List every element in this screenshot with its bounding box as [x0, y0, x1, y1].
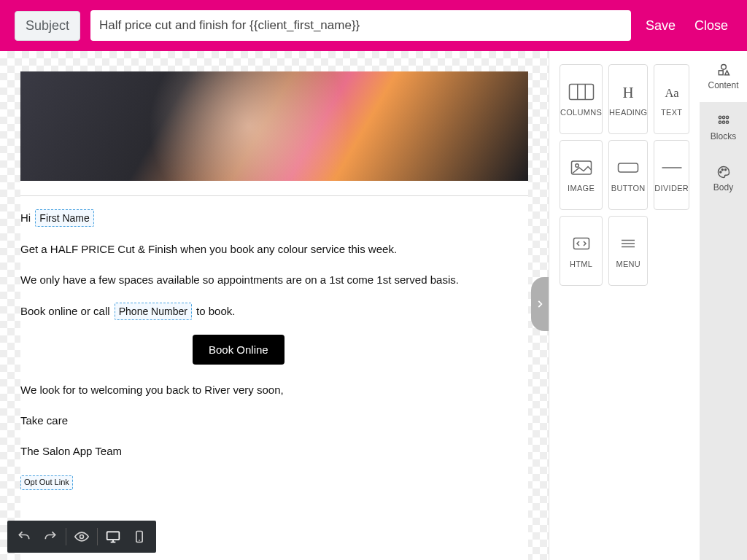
- subject-label: Subject: [15, 11, 80, 41]
- desktop-icon: [106, 529, 120, 544]
- undo-icon: [17, 529, 31, 544]
- svg-text:Aa: Aa: [665, 86, 679, 100]
- columns-icon: [568, 82, 595, 102]
- svg-rect-20: [719, 71, 723, 75]
- sidebar-tabs: Content Blocks Body: [700, 51, 747, 560]
- body-line-4[interactable]: We look for to welcoming you back to Riv…: [20, 382, 528, 398]
- close-button[interactable]: Close: [690, 12, 732, 39]
- divider-icon: [659, 158, 685, 178]
- editor-canvas[interactable]: Hi First Name Get a HALF PRICE Cut & Fin…: [0, 51, 549, 560]
- text-icon: Aa: [659, 82, 685, 102]
- heading-icon: H: [615, 82, 641, 102]
- html-icon: [568, 233, 595, 254]
- tile-label: DIVIDER: [654, 184, 689, 192]
- svg-marker-21: [724, 71, 729, 75]
- merge-tag-optout[interactable]: Opt Out Link: [20, 475, 73, 490]
- content-tiles: COLUMNS H HEADING Aa TEXT IMAGE BUTTON: [549, 51, 700, 560]
- tab-body[interactable]: Body: [700, 153, 747, 204]
- tile-columns[interactable]: COLUMNS: [560, 64, 603, 134]
- svg-rect-6: [569, 85, 593, 100]
- tile-image[interactable]: IMAGE: [560, 140, 603, 210]
- redo-button[interactable]: [38, 524, 63, 549]
- book-online-button[interactable]: Book Online: [193, 335, 285, 365]
- main-area: Hi First Name Get a HALF PRICE Cut & Fin…: [0, 51, 747, 560]
- body-line-1[interactable]: Get a HALF PRICE Cut & Finish when you b…: [20, 241, 528, 257]
- tab-content[interactable]: Content: [700, 51, 747, 102]
- svg-rect-1: [107, 532, 120, 540]
- svg-rect-13: [619, 163, 638, 172]
- svg-point-19: [721, 65, 726, 70]
- sidebar-panel: COLUMNS H HEADING Aa TEXT IMAGE BUTTON: [549, 51, 747, 560]
- tab-label: Blocks: [711, 131, 736, 141]
- merge-tag-first-name[interactable]: First Name: [35, 209, 93, 227]
- tile-label: HEADING: [609, 108, 647, 117]
- svg-point-26: [722, 121, 724, 123]
- svg-point-30: [724, 169, 726, 171]
- right-sidebar: COLUMNS H HEADING Aa TEXT IMAGE BUTTON: [549, 51, 747, 560]
- tile-label: TEXT: [661, 108, 682, 117]
- mobile-view-button[interactable]: [127, 524, 152, 549]
- svg-point-0: [80, 535, 84, 539]
- tile-heading[interactable]: H HEADING: [608, 64, 648, 134]
- svg-point-28: [719, 171, 721, 173]
- svg-text:H: H: [623, 84, 634, 101]
- tile-label: BUTTON: [611, 184, 646, 192]
- desktop-view-button[interactable]: [101, 524, 125, 549]
- mobile-icon: [132, 529, 147, 544]
- svg-point-25: [719, 121, 721, 123]
- line3-pre: Book online or call: [20, 305, 113, 317]
- body-line-6[interactable]: The Salon App Team: [20, 443, 528, 459]
- undo-button[interactable]: [12, 524, 36, 549]
- svg-point-27: [726, 121, 728, 123]
- merge-tag-phone[interactable]: Phone Number: [115, 303, 192, 320]
- tab-label: Content: [708, 80, 739, 90]
- body-line-3[interactable]: Book online or call Phone Number to book…: [20, 303, 528, 320]
- tab-label: Body: [713, 182, 733, 192]
- hero-image[interactable]: [20, 71, 528, 181]
- menu-icon: [615, 233, 641, 254]
- body-line-2[interactable]: We only have a few spaces available so a…: [20, 272, 528, 288]
- tile-menu[interactable]: MENU: [608, 216, 648, 286]
- cta-row: Book Online: [20, 335, 528, 365]
- tile-divider[interactable]: DIVIDER: [654, 140, 689, 210]
- svg-point-24: [726, 116, 728, 118]
- palette-icon: [716, 165, 732, 179]
- sidebar-collapse-tab[interactable]: [531, 277, 549, 331]
- tile-button[interactable]: BUTTON: [608, 140, 648, 210]
- toolbar-separator: [97, 528, 98, 545]
- eye-icon: [74, 529, 89, 544]
- tile-label: MENU: [616, 260, 640, 268]
- grid-icon: [716, 114, 732, 128]
- greeting-text: Hi: [20, 211, 34, 224]
- chevron-right-icon: [535, 299, 545, 309]
- tab-blocks[interactable]: Blocks: [700, 102, 747, 153]
- toolbar-separator: [66, 528, 66, 545]
- optout-row[interactable]: Opt Out Link: [20, 473, 528, 490]
- shapes-icon: [716, 63, 732, 77]
- svg-rect-15: [573, 238, 589, 249]
- svg-point-23: [722, 116, 724, 118]
- greeting-line[interactable]: Hi First Name: [20, 209, 528, 227]
- svg-point-12: [575, 164, 578, 168]
- tile-label: COLUMNS: [560, 108, 602, 117]
- save-button[interactable]: Save: [641, 12, 680, 39]
- body-line-5[interactable]: Take care: [20, 413, 528, 429]
- bottom-toolbar: [7, 521, 156, 553]
- tile-html[interactable]: HTML: [560, 216, 603, 286]
- email-body: Hi First Name Get a HALF PRICE Cut & Fin…: [20, 71, 528, 560]
- button-icon: [615, 158, 641, 178]
- subject-input[interactable]: [90, 10, 631, 41]
- tile-label: IMAGE: [568, 184, 595, 192]
- line3-post: to book.: [196, 305, 235, 317]
- top-bar: Subject Save Close: [0, 0, 747, 51]
- svg-point-29: [721, 169, 723, 171]
- preview-button[interactable]: [69, 524, 94, 549]
- svg-point-22: [719, 116, 721, 118]
- email-content: Hi First Name Get a HALF PRICE Cut & Fin…: [20, 196, 528, 490]
- tile-label: HTML: [570, 260, 592, 268]
- redo-icon: [43, 529, 58, 544]
- tile-text[interactable]: Aa TEXT: [654, 64, 689, 134]
- image-icon: [568, 158, 595, 178]
